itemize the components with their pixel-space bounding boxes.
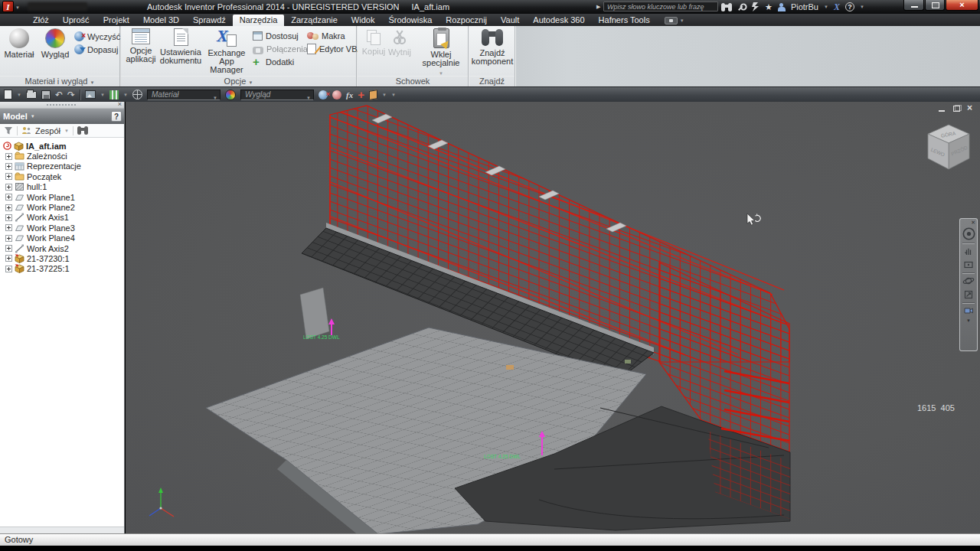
browser-header-caret-icon[interactable]: ▼ (31, 114, 35, 119)
tab-srodowiska[interactable]: Środowiska (381, 15, 439, 26)
work-features-caret-icon[interactable]: ▼ (382, 93, 387, 97)
assembly-people-icon[interactable] (21, 126, 31, 135)
undo-icon[interactable]: ↶ (55, 90, 63, 99)
exchange-app-manager-button[interactable]: X Exchange App Manager (203, 28, 250, 74)
save-icon[interactable] (41, 90, 51, 99)
tab-widok[interactable]: Widok (345, 15, 382, 26)
new-file-icon[interactable] (4, 90, 12, 99)
user-name[interactable]: PiotrBu (791, 2, 818, 11)
filter-icon[interactable] (4, 126, 13, 135)
expander-icon[interactable] (5, 173, 12, 180)
parameters-caret-icon[interactable]: ▼ (123, 93, 128, 97)
tab-zarzadzanie[interactable]: Zarządzanie (284, 15, 345, 26)
minimize-button[interactable] (903, 0, 924, 11)
parameters-fx-icon[interactable]: fx (346, 90, 353, 99)
clear-appearance-icon[interactable] (318, 90, 328, 99)
doc-minimize-icon[interactable] (938, 105, 946, 112)
favorites-star-icon[interactable]: ★ (765, 3, 773, 11)
pan-hand-icon[interactable] (962, 245, 975, 257)
tab-projekt[interactable]: Projekt (96, 15, 136, 26)
user-menu-caret-icon[interactable]: ▼ (824, 5, 828, 9)
vba-editor-button[interactable]: Edytor VBA (307, 42, 363, 55)
tab-hafners-tools[interactable]: Hafners Tools (592, 15, 657, 26)
expander-icon[interactable] (5, 204, 12, 211)
orbit-icon[interactable] (962, 275, 975, 287)
tree-row-representations[interactable]: Reprezentacje (2, 161, 124, 171)
tree-row-work-plane3[interactable]: Work Plane3 (2, 223, 124, 233)
tab-autodesk-360[interactable]: Autodesk 360 (526, 15, 591, 26)
tab-zloz[interactable]: Złóż (26, 15, 56, 26)
tree-row-assembly-root[interactable]: IA_aft.iam (2, 141, 124, 151)
search-input[interactable] (603, 2, 718, 11)
expander-icon[interactable] (5, 266, 12, 272)
clear-overrides-button[interactable]: Wyczyść (74, 30, 120, 43)
new-file-caret-icon[interactable]: ▼ (17, 93, 21, 97)
sign-in-icon[interactable] (752, 2, 760, 11)
open-file-icon[interactable] (26, 91, 37, 99)
tree-row-work-plane2[interactable]: Work Plane2 (2, 202, 124, 212)
tab-vault[interactable]: Vault (494, 15, 526, 26)
expander-icon[interactable] (5, 214, 12, 221)
adjust-appearance-icon[interactable] (332, 90, 341, 99)
3d-viewport-canvas[interactable]: LOST 4.25 DWL LOST 4.25 DWL GÓRA (126, 102, 980, 533)
tab-narzedzia[interactable]: Narzędzia (233, 15, 285, 26)
search-icon[interactable] (721, 3, 732, 11)
view-cube[interactable]: GÓRA LEWO PRZÓD (928, 125, 969, 169)
application-options-button[interactable]: Opcje aplikacji (123, 28, 158, 64)
close-button[interactable] (946, 0, 978, 11)
navbar-close-icon[interactable]: ✕ (971, 220, 975, 225)
find-component-button[interactable]: Znajdź komponent (471, 28, 514, 66)
screencast-icon[interactable] (665, 17, 678, 24)
addins-button[interactable]: + Dodatki (253, 55, 308, 68)
parameters-icon[interactable] (109, 90, 119, 99)
help-icon[interactable]: ? (845, 2, 854, 11)
expander-icon[interactable] (5, 153, 12, 160)
tab-uprosc[interactable]: Uprość (56, 15, 96, 26)
browser-header[interactable]: Model ▼ ? (0, 109, 124, 124)
tree-row-part-37225[interactable]: 21-37225:1 (2, 264, 124, 274)
adjust-button[interactable]: Dopasuj (74, 43, 120, 56)
expander-icon[interactable] (5, 224, 12, 231)
browser-help-icon[interactable]: ? (111, 111, 122, 122)
assembly-filter-caret-icon[interactable]: ▼ (64, 129, 69, 133)
customize-button[interactable]: Dostosuj (253, 29, 308, 42)
material-button[interactable]: Materiał (2, 28, 36, 59)
navigation-wheel-icon[interactable] (962, 227, 976, 241)
macros-button[interactable]: Makra (307, 29, 363, 42)
appearance-combo[interactable]: Wygląd▼ (240, 90, 314, 100)
zoom-window-icon[interactable] (962, 259, 975, 271)
options-group-footer[interactable]: Opcje ▼ (121, 76, 356, 86)
add-component-icon[interactable]: + (358, 90, 364, 99)
tree-row-part-37230[interactable]: 21-37230:1 (2, 253, 124, 263)
search-collapse-icon[interactable]: ▶ (596, 4, 600, 10)
doc-restore-icon[interactable] (952, 105, 961, 112)
expander-icon[interactable] (5, 245, 12, 252)
material-group-footer[interactable]: Materiał i wygląd ▼ (0, 76, 119, 86)
expander-icon[interactable] (5, 194, 12, 201)
paste-special-button[interactable]: Wklej specjalnie ▼ (419, 28, 463, 78)
user-account-icon[interactable] (778, 3, 786, 11)
tab-sprawdz[interactable]: Sprawdź (186, 15, 233, 26)
settings-wrench-icon[interactable] (736, 1, 749, 14)
tab-model-3d[interactable]: Model 3D (136, 15, 186, 26)
tab-rozpocznij[interactable]: Rozpocznij (439, 15, 494, 26)
render-icon[interactable] (85, 90, 96, 99)
exchange-apps-icon[interactable]: X (834, 2, 840, 13)
tree-row-work-axis2[interactable]: Work Axis2 (2, 243, 124, 253)
screencast-caret-icon[interactable]: ▼ (680, 18, 684, 23)
tree-row-hull[interactable]: hull:1 (2, 182, 124, 192)
assembly-filter-label[interactable]: Zespół (35, 126, 60, 135)
browser-close-icon[interactable]: × (118, 101, 122, 108)
tree-row-dependencies[interactable]: Zależności (2, 151, 124, 161)
restore-button[interactable] (925, 0, 945, 11)
web-help-icon[interactable] (132, 90, 142, 99)
toolbar-overflow-icon[interactable]: ▼ (391, 93, 396, 97)
tree-row-work-plane1[interactable]: Work Plane1 (2, 192, 124, 202)
tree-row-work-plane4[interactable]: Work Plane4 (2, 233, 124, 243)
redo-icon[interactable]: ↷ (67, 90, 75, 99)
expander-icon[interactable] (5, 184, 12, 191)
doc-close-icon[interactable] (967, 105, 975, 112)
tree-row-work-axis1[interactable]: Work Axis1 (2, 213, 124, 223)
browser-find-icon[interactable] (77, 126, 88, 135)
browser-grip[interactable]: × (0, 102, 124, 109)
